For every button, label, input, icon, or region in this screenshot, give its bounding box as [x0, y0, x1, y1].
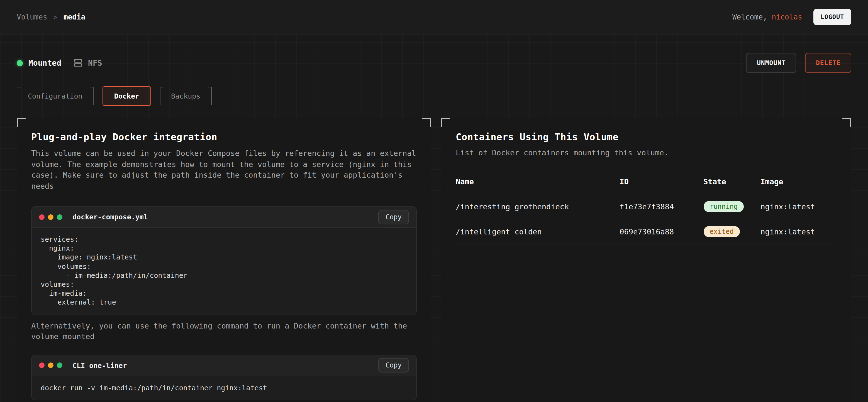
window-dot-red-icon [39, 363, 44, 368]
welcome-text: Welcome,nicolas [732, 13, 802, 21]
window-dot-yellow-icon [48, 363, 54, 368]
container-name: /interesting_grothendieck [456, 194, 620, 219]
window-dot-green-icon [57, 214, 62, 220]
cli-code-header: CLI one-liner Copy [32, 355, 416, 376]
mounted-label: Mounted [28, 59, 61, 67]
window-dot-red-icon [39, 214, 44, 220]
column-header-name: Name [456, 173, 620, 194]
top-bar: Volumes > media Welcome,nicolas LOGOUT [0, 0, 868, 35]
copy-compose-button[interactable]: Copy [378, 210, 409, 224]
tab-backups[interactable]: Backups [160, 86, 211, 106]
container-image: nginx:latest [761, 219, 837, 244]
state-badge: exited [703, 226, 740, 237]
main-content: Mounted NFS UNMOUNT DELETE Configuration [0, 53, 868, 402]
breadcrumb-volumes[interactable]: Volumes [17, 13, 48, 21]
containers-panel: Containers Using This Volume List of Doc… [441, 118, 851, 402]
logout-button[interactable]: LOGOUT [813, 9, 851, 25]
corner-bracket-icon [17, 118, 26, 127]
copy-cli-button[interactable]: Copy [378, 358, 409, 372]
column-header-state: State [703, 173, 761, 194]
breadcrumb-current-volume: media [63, 13, 85, 21]
header-right: Welcome,nicolas LOGOUT [732, 9, 851, 25]
username: nicolas [772, 13, 802, 21]
compose-code-block: docker-compose.yml Copy services: nginx:… [31, 206, 417, 315]
docker-panel-description: This volume can be used in your Docker C… [31, 148, 417, 192]
welcome-prefix: Welcome, [732, 13, 767, 21]
state-badge: running [703, 201, 744, 212]
volume-actions: UNMOUNT DELETE [746, 53, 851, 73]
tab-configuration[interactable]: Configuration [17, 86, 94, 106]
fs-type-label: NFS [88, 59, 102, 67]
containers-panel-title: Containers Using This Volume [456, 131, 837, 142]
corner-bracket-icon [842, 118, 851, 127]
container-row: /intelligent_colden 069e73016a88 exited … [456, 219, 837, 244]
compose-code-header: docker-compose.yml Copy [32, 207, 416, 228]
unmount-button[interactable]: UNMOUNT [746, 53, 797, 73]
cli-code: docker run -v im-media:/path/in/containe… [32, 376, 416, 400]
cli-filename: CLI one-liner [72, 361, 127, 369]
containers-panel-subtitle: List of Docker containers mounting this … [456, 148, 837, 157]
compose-filename: docker-compose.yml [72, 213, 148, 221]
window-dot-yellow-icon [48, 214, 54, 220]
app: Volumes > media Welcome,nicolas LOGOUT M… [0, 0, 868, 402]
docker-integration-panel: Plug-and-play Docker integration This vo… [17, 118, 431, 402]
window-dot-green-icon [57, 363, 62, 368]
container-row: /interesting_grothendieck f1e73e7f3884 r… [456, 194, 837, 219]
mounted-status-dot-icon [17, 60, 23, 66]
container-id: f1e73e7f3884 [620, 194, 703, 219]
status-row: Mounted NFS UNMOUNT DELETE [17, 53, 851, 73]
container-image: nginx:latest [761, 194, 837, 219]
panels-row: Plug-and-play Docker integration This vo… [17, 118, 851, 402]
container-name: /intelligent_colden [456, 219, 620, 244]
breadcrumb: Volumes > media [17, 13, 85, 21]
corner-bracket-icon [422, 118, 431, 127]
column-header-image: Image [761, 173, 837, 194]
tab-docker[interactable]: Docker [102, 86, 151, 106]
compose-code: services: nginx: image: nginx:latest vol… [32, 228, 416, 314]
volume-status: Mounted NFS [17, 59, 102, 67]
delete-button[interactable]: DELETE [805, 53, 851, 73]
cli-code-block: CLI one-liner Copy docker run -v im-medi… [31, 355, 417, 400]
docker-panel-title: Plug-and-play Docker integration [31, 131, 417, 142]
column-header-id: ID [620, 173, 703, 194]
containers-table: Name ID State Image /interesting_grothen… [456, 173, 837, 244]
cli-intro-text: Alternatively, you can use the following… [31, 321, 417, 342]
table-header-row: Name ID State Image [456, 173, 837, 194]
corner-bracket-icon [441, 118, 450, 127]
container-id: 069e73016a88 [620, 219, 703, 244]
chevron-right-icon: > [54, 13, 57, 21]
server-icon [73, 59, 83, 67]
tab-bar: Configuration Docker Backups [17, 86, 851, 106]
